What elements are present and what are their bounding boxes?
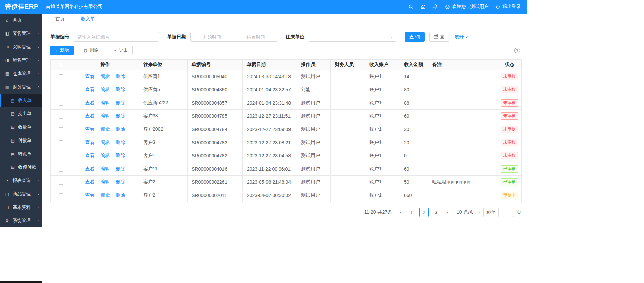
- row-checkbox[interactable]: [59, 193, 63, 198]
- table-row: 查看编辑删除客户1SR000000047822023-12-27 23:04:5…: [51, 149, 522, 162]
- delete-link[interactable]: 删除: [116, 87, 125, 92]
- edit-link[interactable]: 编辑: [101, 113, 110, 118]
- select-all-checkbox[interactable]: [59, 63, 63, 67]
- delete-link[interactable]: 删除: [116, 126, 125, 132]
- actions-cell: 查看编辑删除: [71, 96, 139, 110]
- edit-link[interactable]: 编辑: [101, 153, 110, 158]
- view-link[interactable]: 查看: [85, 166, 95, 171]
- actions-cell: 查看编辑删除: [71, 110, 139, 123]
- sidebar-item-report[interactable]: ◔报表查询∨: [0, 174, 42, 188]
- delete-link[interactable]: 删除: [116, 139, 125, 145]
- row-checkbox[interactable]: [59, 154, 63, 158]
- row-checkbox[interactable]: [59, 127, 63, 132]
- add-button[interactable]: + 新增: [50, 46, 74, 55]
- delete-button[interactable]: 删除: [79, 46, 103, 55]
- view-link[interactable]: 查看: [85, 192, 95, 198]
- sidebar-item-system[interactable]: ⚙系统管理∨: [0, 214, 42, 228]
- next-page-button[interactable]: ›: [444, 208, 451, 217]
- cell-date: 2023-04-07 00:30:02: [243, 189, 297, 202]
- row-checkbox[interactable]: [59, 74, 63, 79]
- expand-link[interactable]: 展开 ∨: [455, 34, 468, 40]
- edit-link[interactable]: 编辑: [101, 192, 110, 198]
- page-button-3[interactable]: 3: [431, 208, 441, 217]
- page-size-select[interactable]: 10 条/页 ∨: [454, 208, 484, 217]
- doc-icon: ▤: [10, 152, 15, 156]
- home-building-icon[interactable]: [421, 4, 426, 9]
- view-link[interactable]: 查看: [85, 126, 95, 132]
- bill-no-input[interactable]: [74, 32, 159, 42]
- logout-button[interactable]: 退出登录: [495, 4, 521, 10]
- view-link[interactable]: 查看: [85, 179, 95, 184]
- jump-page-input[interactable]: [498, 208, 514, 217]
- edit-link[interactable]: 编辑: [101, 126, 110, 132]
- reset-button[interactable]: 重 置: [429, 32, 449, 42]
- view-link[interactable]: 查看: [85, 139, 95, 145]
- page-button-2[interactable]: 2: [419, 208, 429, 217]
- delete-link[interactable]: 删除: [116, 192, 125, 198]
- delete-link[interactable]: 删除: [116, 113, 125, 118]
- status-cell: 已审核: [497, 176, 522, 189]
- cell-finance-staff: [331, 70, 365, 83]
- row-checkbox[interactable]: [59, 180, 63, 185]
- cell-bill-no: SR00000005040: [188, 70, 243, 83]
- tab-home[interactable]: 首页: [54, 14, 66, 24]
- edit-link[interactable]: 编辑: [101, 166, 110, 171]
- delete-link[interactable]: 删除: [116, 179, 125, 184]
- sidebar-item-finance[interactable]: ▥财务管理∧: [0, 81, 42, 94]
- welcome-user[interactable]: 欢迎您，测试用户: [445, 4, 489, 10]
- sidebar-item-sales[interactable]: ◨销售管理∨: [0, 54, 42, 67]
- status-cell: 未审核: [497, 70, 522, 83]
- bell-icon[interactable]: [433, 4, 438, 9]
- view-link[interactable]: 查看: [85, 87, 95, 92]
- row-checkbox[interactable]: [59, 140, 63, 145]
- cell-date: 2023-05-08 21:48:04: [243, 176, 297, 189]
- partner-select[interactable]: ∨: [309, 32, 396, 42]
- view-link[interactable]: 查看: [85, 113, 95, 118]
- doc-icon: ▤: [10, 111, 15, 116]
- status-badge: 审核中: [501, 192, 518, 199]
- sidebar-item-home[interactable]: ⌂首页: [0, 14, 42, 27]
- cell-remark: 嘎嘎嘎ggggggggg: [428, 176, 497, 189]
- delete-link[interactable]: 删除: [116, 73, 125, 79]
- sidebar-item-receipt[interactable]: ▤收款单: [0, 121, 42, 134]
- column-header-4: 操作员: [297, 60, 331, 70]
- row-checkbox[interactable]: [59, 167, 63, 172]
- prev-page-button[interactable]: ‹: [397, 208, 404, 217]
- sidebar-item-advance[interactable]: ▤收预付款: [0, 161, 42, 174]
- edit-link[interactable]: 编辑: [101, 73, 110, 79]
- edit-link[interactable]: 编辑: [101, 139, 110, 145]
- row-checkbox[interactable]: [59, 114, 63, 119]
- sidebar-item-income[interactable]: ▤收入单: [0, 94, 42, 107]
- sidebar-item-basic[interactable]: ⊟基本资料∨: [0, 201, 42, 214]
- sidebar-item-payment[interactable]: ▤付款单: [0, 134, 42, 148]
- sidebar-item-retail[interactable]: ◧零售管理∨: [0, 27, 42, 41]
- tab-income[interactable]: 收入单: [80, 14, 96, 24]
- page-button-1[interactable]: 1: [407, 208, 416, 217]
- sidebar-item-goods[interactable]: ◰商品管理∨: [0, 188, 42, 201]
- view-link[interactable]: 查看: [85, 100, 95, 105]
- search-icon[interactable]: [408, 4, 414, 9]
- delete-link[interactable]: 删除: [116, 166, 125, 171]
- search-button[interactable]: 查 询: [405, 32, 425, 42]
- row-checkbox[interactable]: [59, 88, 63, 92]
- view-link[interactable]: 查看: [85, 153, 95, 158]
- edit-link[interactable]: 编辑: [101, 87, 110, 92]
- delete-link[interactable]: 删除: [116, 100, 125, 105]
- date-range-picker[interactable]: ~: [190, 32, 277, 42]
- sidebar-item-warehouse[interactable]: ▦仓库管理∨: [0, 67, 42, 81]
- date-end-input[interactable]: [237, 35, 275, 40]
- help-icon[interactable]: ?: [514, 48, 520, 53]
- retail-icon: ◧: [5, 31, 10, 36]
- date-start-input[interactable]: [193, 35, 231, 40]
- delete-link[interactable]: 删除: [116, 153, 125, 158]
- cell-operator: 测试用户: [297, 162, 331, 176]
- sidebar-item-expense[interactable]: ▤支出单: [0, 107, 42, 121]
- sidebar-item-purchase[interactable]: ⊞采购管理∨: [0, 40, 42, 54]
- export-button[interactable]: 导出: [108, 46, 133, 55]
- row-checkbox[interactable]: [59, 101, 63, 106]
- edit-link[interactable]: 编辑: [101, 100, 110, 105]
- view-link[interactable]: 查看: [85, 73, 95, 79]
- jump-label: 跳至: [486, 209, 496, 215]
- sidebar-item-transfer[interactable]: ▤转账单: [0, 147, 42, 161]
- edit-link[interactable]: 编辑: [101, 179, 110, 184]
